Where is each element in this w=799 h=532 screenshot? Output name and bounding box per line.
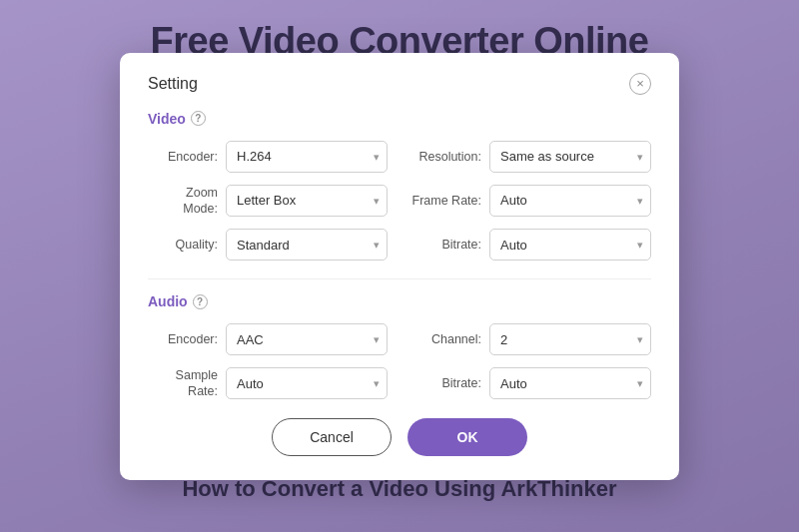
video-zoom-label: ZoomMode: xyxy=(148,185,218,218)
video-bitrate-row: Bitrate: Auto 128k 256k 512k 1M 2M ▾ xyxy=(411,229,651,261)
audio-section-label: Audio ? xyxy=(148,293,651,309)
video-framerate-select-wrapper: Auto 23.97 24 25 29.97 30 60 ▾ xyxy=(489,185,651,217)
video-help-icon[interactable]: ? xyxy=(191,111,206,126)
audio-encoder-row: Encoder: AAC MP3 AC3 FLAC ▾ xyxy=(148,323,388,355)
video-framerate-row: Frame Rate: Auto 23.97 24 25 29.97 30 60… xyxy=(411,185,651,218)
audio-bitrate-select[interactable]: Auto 64k 128k 192k 256k xyxy=(489,367,651,399)
video-encoder-select-wrapper: H.264 H.265 MPEG-4 VP8 VP9 ▾ xyxy=(226,141,388,173)
video-quality-select-wrapper: Standard High Low ▾ xyxy=(226,229,388,261)
dialog-footer: Cancel OK xyxy=(148,418,651,456)
video-framerate-select[interactable]: Auto 23.97 24 25 29.97 30 60 xyxy=(489,185,651,217)
audio-samplerate-row: SampleRate: Auto 22050 44100 48000 ▾ xyxy=(148,367,388,400)
audio-channel-label: Channel: xyxy=(411,332,481,346)
video-form-grid: Encoder: H.264 H.265 MPEG-4 VP8 VP9 ▾ Re… xyxy=(148,141,651,262)
video-bitrate-select-wrapper: Auto 128k 256k 512k 1M 2M ▾ xyxy=(489,229,651,261)
audio-samplerate-select[interactable]: Auto 22050 44100 48000 xyxy=(226,367,388,399)
audio-encoder-label: Encoder: xyxy=(148,332,218,346)
audio-channel-row: Channel: 2 1 6 ▾ xyxy=(411,323,651,355)
video-quality-select[interactable]: Standard High Low xyxy=(226,229,388,261)
audio-form-grid: Encoder: AAC MP3 AC3 FLAC ▾ Channel: 2 xyxy=(148,323,651,400)
video-bitrate-label: Bitrate: xyxy=(411,238,481,252)
video-resolution-select[interactable]: Same as source 1920x1080 1280x720 854x48… xyxy=(489,141,651,173)
cancel-button[interactable]: Cancel xyxy=(272,418,392,456)
video-section-label: Video ? xyxy=(148,111,651,127)
dialog-title: Setting xyxy=(148,75,198,93)
section-divider xyxy=(148,278,651,279)
audio-encoder-select-wrapper: AAC MP3 AC3 FLAC ▾ xyxy=(226,323,388,355)
video-encoder-row: Encoder: H.264 H.265 MPEG-4 VP8 VP9 ▾ xyxy=(148,141,388,173)
video-resolution-row: Resolution: Same as source 1920x1080 128… xyxy=(411,141,651,173)
video-quality-row: Quality: Standard High Low ▾ xyxy=(148,229,388,261)
dialog-backdrop: Setting × Video ? Encoder: H.264 H.265 M… xyxy=(0,0,799,532)
audio-samplerate-label: SampleRate: xyxy=(148,367,218,400)
dialog-header: Setting × xyxy=(148,73,651,95)
video-zoom-select-wrapper: Letter Box Pan & Scan Full ▾ xyxy=(226,185,388,217)
ok-button[interactable]: OK xyxy=(407,418,527,456)
close-button[interactable]: × xyxy=(629,73,651,95)
audio-bitrate-row: Bitrate: Auto 64k 128k 192k 256k ▾ xyxy=(411,367,651,400)
video-zoom-select[interactable]: Letter Box Pan & Scan Full xyxy=(226,185,388,217)
video-framerate-label: Frame Rate: xyxy=(411,194,481,208)
audio-channel-select[interactable]: 2 1 6 xyxy=(489,323,651,355)
audio-samplerate-select-wrapper: Auto 22050 44100 48000 ▾ xyxy=(226,367,388,399)
audio-bitrate-label: Bitrate: xyxy=(411,376,481,390)
video-encoder-select[interactable]: H.264 H.265 MPEG-4 VP8 VP9 xyxy=(226,141,388,173)
audio-encoder-select[interactable]: AAC MP3 AC3 FLAC xyxy=(226,323,388,355)
video-resolution-label: Resolution: xyxy=(411,150,481,164)
audio-channel-select-wrapper: 2 1 6 ▾ xyxy=(489,323,651,355)
video-quality-label: Quality: xyxy=(148,238,218,252)
audio-help-icon[interactable]: ? xyxy=(193,294,208,309)
audio-bitrate-select-wrapper: Auto 64k 128k 192k 256k ▾ xyxy=(489,367,651,399)
video-encoder-label: Encoder: xyxy=(148,150,218,164)
settings-dialog: Setting × Video ? Encoder: H.264 H.265 M… xyxy=(120,53,679,480)
video-zoom-row: ZoomMode: Letter Box Pan & Scan Full ▾ xyxy=(148,185,388,218)
video-resolution-select-wrapper: Same as source 1920x1080 1280x720 854x48… xyxy=(489,141,651,173)
video-bitrate-select[interactable]: Auto 128k 256k 512k 1M 2M xyxy=(489,229,651,261)
